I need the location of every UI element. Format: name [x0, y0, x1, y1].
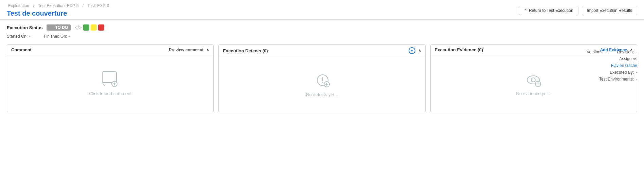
add-defect-button[interactable]: +	[409, 47, 415, 54]
no-defects-icon	[313, 72, 331, 89]
started-on: Started On: -	[7, 34, 30, 39]
breadcrumb: Exploitation / Test Execution: EXP-5 / T…	[7, 3, 110, 8]
comment-empty-text: Click to add comment	[89, 91, 131, 96]
defects-empty-text: No defects yet...	[306, 92, 338, 97]
color-dot-green[interactable]	[83, 24, 89, 31]
assignee-value[interactable]: Flavien Gache	[611, 63, 637, 68]
revision: Revision: -	[617, 50, 637, 54]
comment-panel: Comment Preview comment ∧ Click to	[7, 44, 214, 112]
status-icons: </>	[75, 24, 104, 31]
defects-panel-header: Execution Defects (0) + ∧	[219, 45, 425, 57]
test-environments: Test Environments: -	[587, 77, 637, 82]
breadcrumb-part-1[interactable]: Exploitation	[8, 3, 29, 8]
evidence-empty-text: No evidence yet...	[516, 91, 551, 96]
preview-comment-button[interactable]: Preview comment	[169, 48, 203, 52]
no-evidence-icon	[524, 71, 543, 88]
status-badge: TO DO	[47, 24, 71, 31]
evidence-title: Execution Evidence (0)	[435, 47, 483, 52]
page-title: Test de couverture	[7, 10, 110, 17]
return-to-test-execution-button[interactable]: ⌃ Return to Test Execution	[519, 6, 578, 15]
chevron-up-icon: ⌃	[524, 8, 527, 13]
versions: Versions: -	[587, 50, 607, 54]
svg-point-8	[322, 82, 323, 83]
breadcrumb-part-2[interactable]: Test Execution: EXP-5	[38, 3, 78, 8]
top-actions: ⌃ Return to Test Execution Import Execut…	[519, 6, 637, 15]
defects-title: Execution Defects (0)	[223, 48, 268, 53]
right-meta: Versions: - Revision: - Assignee: Flavie…	[587, 50, 637, 84]
defects-panel-body: No defects yet...	[219, 57, 425, 112]
defects-panel: Execution Defects (0) + ∧	[218, 44, 425, 112]
breadcrumb-part-3[interactable]: Test: EXP-3	[88, 3, 109, 8]
comment-panel-header: Comment Preview comment ∧	[7, 45, 213, 55]
status-icon	[49, 25, 53, 30]
add-comment-icon	[102, 71, 119, 88]
meta-row: Started On: - Finished On: -	[7, 34, 637, 39]
panels-row: Comment Preview comment ∧ Click to	[7, 44, 637, 112]
execution-status-row: Execution Status TO DO </>	[7, 24, 637, 31]
import-execution-results-button[interactable]: Import Execution Results	[582, 6, 637, 15]
svg-point-13	[531, 78, 535, 82]
collapse-defects-icon[interactable]: ∧	[418, 48, 421, 53]
executed-by: Executed By: -	[587, 70, 637, 75]
svg-rect-0	[50, 26, 53, 29]
color-dot-yellow[interactable]	[91, 24, 97, 31]
content-area: Execution Status TO DO </> Started On: -…	[0, 20, 644, 117]
collapse-comment-icon[interactable]: ∧	[206, 48, 209, 52]
color-dot-red[interactable]	[98, 24, 104, 31]
comment-panel-body[interactable]: Click to add comment	[7, 55, 213, 112]
svg-line-2	[102, 83, 105, 86]
assignee: Assignee:	[587, 56, 637, 61]
comment-title: Comment	[11, 47, 32, 52]
finished-on: Finished On: -	[44, 34, 70, 39]
execution-status-label: Execution Status	[7, 25, 42, 30]
code-icon: </>	[75, 25, 82, 30]
